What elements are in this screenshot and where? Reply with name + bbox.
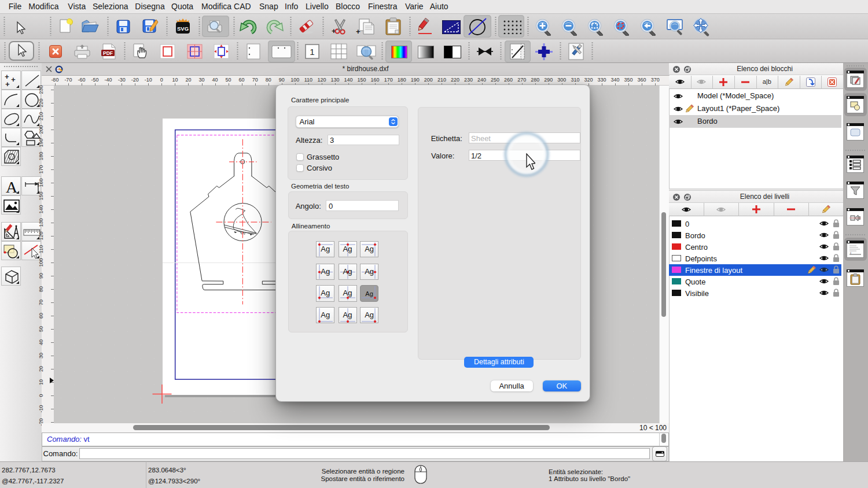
svg-text:SVG: SVG (177, 25, 189, 32)
svg-text:+: + (356, 27, 361, 35)
svg-text:1: 1 (310, 47, 314, 57)
svg-text:+: + (11, 76, 16, 84)
svg-text:PDF: PDF (103, 50, 113, 56)
svg-text:+: + (5, 80, 10, 88)
svg-text:c: c (850, 252, 852, 254)
